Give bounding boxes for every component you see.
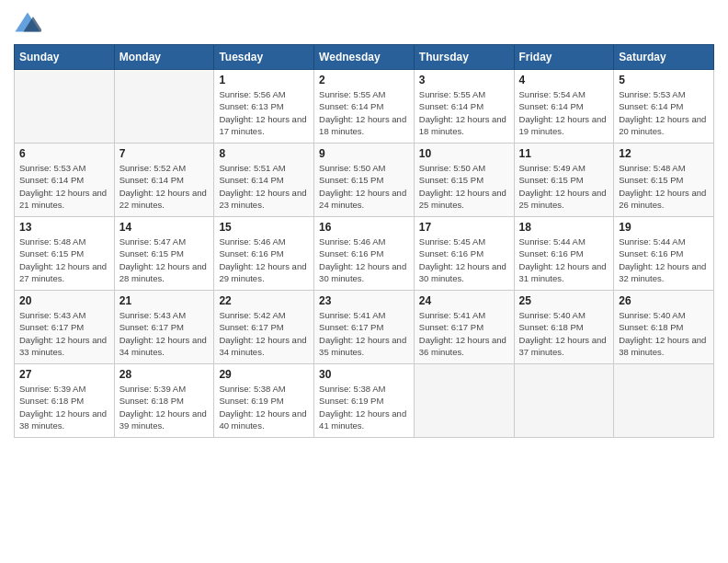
day-info: Sunrise: 5:46 AMSunset: 6:16 PMDaylight:… bbox=[219, 236, 309, 284]
day-number: 1 bbox=[219, 74, 309, 86]
calendar-cell bbox=[514, 364, 614, 438]
day-info: Sunrise: 5:40 AMSunset: 6:18 PMDaylight:… bbox=[519, 309, 609, 358]
calendar-week-4: 20Sunrise: 5:43 AMSunset: 6:17 PMDayligh… bbox=[15, 291, 714, 364]
calendar-cell: 20Sunrise: 5:43 AMSunset: 6:17 PMDayligh… bbox=[15, 291, 115, 364]
calendar-cell: 25Sunrise: 5:40 AMSunset: 6:18 PMDayligh… bbox=[514, 291, 614, 364]
calendar-cell: 6Sunrise: 5:53 AMSunset: 6:14 PMDaylight… bbox=[15, 144, 115, 217]
day-info: Sunrise: 5:55 AMSunset: 6:14 PMDaylight:… bbox=[319, 88, 409, 137]
day-info: Sunrise: 5:43 AMSunset: 6:17 PMDaylight:… bbox=[19, 309, 109, 358]
day-number: 14 bbox=[119, 221, 210, 234]
calendar-cell: 9Sunrise: 5:50 AMSunset: 6:15 PMDaylight… bbox=[314, 144, 415, 217]
day-info: Sunrise: 5:52 AMSunset: 6:14 PMDaylight:… bbox=[119, 162, 210, 211]
day-info: Sunrise: 5:41 AMSunset: 6:17 PMDaylight:… bbox=[319, 309, 409, 358]
day-info: Sunrise: 5:50 AMSunset: 6:15 PMDaylight:… bbox=[419, 162, 509, 211]
day-info: Sunrise: 5:49 AMSunset: 6:15 PMDaylight:… bbox=[519, 162, 609, 211]
calendar-cell bbox=[15, 70, 115, 144]
calendar-cell: 4Sunrise: 5:54 AMSunset: 6:14 PMDaylight… bbox=[514, 70, 614, 144]
calendar-cell: 2Sunrise: 5:55 AMSunset: 6:14 PMDaylight… bbox=[314, 70, 415, 144]
day-number: 27 bbox=[19, 368, 109, 381]
calendar-cell: 12Sunrise: 5:48 AMSunset: 6:15 PMDayligh… bbox=[614, 144, 714, 217]
day-number: 25 bbox=[519, 294, 609, 307]
calendar-cell: 29Sunrise: 5:38 AMSunset: 6:19 PMDayligh… bbox=[214, 364, 314, 438]
day-number: 22 bbox=[219, 294, 309, 307]
day-info: Sunrise: 5:50 AMSunset: 6:15 PMDaylight:… bbox=[319, 162, 409, 211]
day-number: 9 bbox=[319, 147, 409, 160]
day-info: Sunrise: 5:41 AMSunset: 6:17 PMDaylight:… bbox=[419, 309, 509, 358]
day-info: Sunrise: 5:54 AMSunset: 6:14 PMDaylight:… bbox=[519, 88, 609, 137]
calendar-cell: 14Sunrise: 5:47 AMSunset: 6:15 PMDayligh… bbox=[114, 217, 214, 291]
day-number: 30 bbox=[319, 368, 409, 381]
day-info: Sunrise: 5:46 AMSunset: 6:16 PMDaylight:… bbox=[319, 236, 409, 284]
calendar-cell bbox=[414, 364, 514, 438]
day-number: 23 bbox=[319, 294, 409, 307]
day-number: 19 bbox=[619, 221, 709, 234]
calendar-week-3: 13Sunrise: 5:48 AMSunset: 6:15 PMDayligh… bbox=[15, 217, 714, 291]
day-info: Sunrise: 5:53 AMSunset: 6:14 PMDaylight:… bbox=[619, 88, 709, 137]
calendar-cell bbox=[114, 70, 214, 144]
day-info: Sunrise: 5:45 AMSunset: 6:16 PMDaylight:… bbox=[419, 236, 509, 284]
day-info: Sunrise: 5:40 AMSunset: 6:18 PMDaylight:… bbox=[619, 309, 709, 358]
logo bbox=[14, 9, 45, 37]
day-info: Sunrise: 5:42 AMSunset: 6:17 PMDaylight:… bbox=[219, 309, 309, 358]
day-info: Sunrise: 5:39 AMSunset: 6:18 PMDaylight:… bbox=[19, 383, 109, 431]
day-info: Sunrise: 5:56 AMSunset: 6:13 PMDaylight:… bbox=[219, 88, 309, 137]
day-header-sunday: Sunday bbox=[15, 45, 115, 70]
header bbox=[14, 9, 714, 37]
calendar-cell: 11Sunrise: 5:49 AMSunset: 6:15 PMDayligh… bbox=[514, 144, 614, 217]
calendar: SundayMondayTuesdayWednesdayThursdayFrid… bbox=[14, 44, 714, 438]
day-info: Sunrise: 5:38 AMSunset: 6:19 PMDaylight:… bbox=[219, 383, 309, 431]
calendar-cell: 16Sunrise: 5:46 AMSunset: 6:16 PMDayligh… bbox=[314, 217, 415, 291]
day-number: 28 bbox=[119, 368, 210, 381]
day-number: 3 bbox=[419, 74, 509, 86]
day-header-saturday: Saturday bbox=[614, 45, 714, 70]
day-number: 6 bbox=[19, 147, 109, 160]
calendar-cell: 27Sunrise: 5:39 AMSunset: 6:18 PMDayligh… bbox=[15, 364, 115, 438]
day-info: Sunrise: 5:48 AMSunset: 6:15 PMDaylight:… bbox=[619, 162, 709, 211]
calendar-week-2: 6Sunrise: 5:53 AMSunset: 6:14 PMDaylight… bbox=[15, 144, 714, 217]
calendar-cell: 10Sunrise: 5:50 AMSunset: 6:15 PMDayligh… bbox=[414, 144, 514, 217]
day-info: Sunrise: 5:51 AMSunset: 6:14 PMDaylight:… bbox=[219, 162, 309, 211]
day-info: Sunrise: 5:48 AMSunset: 6:15 PMDaylight:… bbox=[19, 236, 109, 284]
day-info: Sunrise: 5:53 AMSunset: 6:14 PMDaylight:… bbox=[19, 162, 109, 211]
logo-icon bbox=[14, 9, 41, 37]
calendar-cell bbox=[614, 364, 714, 438]
calendar-cell: 30Sunrise: 5:38 AMSunset: 6:19 PMDayligh… bbox=[314, 364, 415, 438]
calendar-cell: 1Sunrise: 5:56 AMSunset: 6:13 PMDaylight… bbox=[214, 70, 314, 144]
calendar-cell: 24Sunrise: 5:41 AMSunset: 6:17 PMDayligh… bbox=[414, 291, 514, 364]
calendar-cell: 22Sunrise: 5:42 AMSunset: 6:17 PMDayligh… bbox=[214, 291, 314, 364]
day-number: 12 bbox=[619, 147, 709, 160]
calendar-cell: 26Sunrise: 5:40 AMSunset: 6:18 PMDayligh… bbox=[614, 291, 714, 364]
day-number: 24 bbox=[419, 294, 509, 307]
calendar-cell: 19Sunrise: 5:44 AMSunset: 6:16 PMDayligh… bbox=[614, 217, 714, 291]
day-number: 4 bbox=[519, 74, 609, 86]
calendar-cell: 7Sunrise: 5:52 AMSunset: 6:14 PMDaylight… bbox=[114, 144, 214, 217]
calendar-cell: 3Sunrise: 5:55 AMSunset: 6:14 PMDaylight… bbox=[414, 70, 514, 144]
calendar-week-1: 1Sunrise: 5:56 AMSunset: 6:13 PMDaylight… bbox=[15, 70, 714, 144]
day-header-friday: Friday bbox=[514, 45, 614, 70]
calendar-cell: 15Sunrise: 5:46 AMSunset: 6:16 PMDayligh… bbox=[214, 217, 314, 291]
day-info: Sunrise: 5:43 AMSunset: 6:17 PMDaylight:… bbox=[119, 309, 210, 358]
calendar-cell: 5Sunrise: 5:53 AMSunset: 6:14 PMDaylight… bbox=[614, 70, 714, 144]
day-number: 11 bbox=[519, 147, 609, 160]
day-number: 15 bbox=[219, 221, 309, 234]
calendar-cell: 23Sunrise: 5:41 AMSunset: 6:17 PMDayligh… bbox=[314, 291, 415, 364]
day-number: 17 bbox=[419, 221, 509, 234]
day-number: 7 bbox=[119, 147, 210, 160]
day-number: 5 bbox=[619, 74, 709, 86]
day-header-wednesday: Wednesday bbox=[314, 45, 415, 70]
calendar-cell: 17Sunrise: 5:45 AMSunset: 6:16 PMDayligh… bbox=[414, 217, 514, 291]
day-number: 18 bbox=[519, 221, 609, 234]
calendar-week-5: 27Sunrise: 5:39 AMSunset: 6:18 PMDayligh… bbox=[15, 364, 714, 438]
day-number: 8 bbox=[219, 147, 309, 160]
day-number: 2 bbox=[319, 74, 409, 86]
day-info: Sunrise: 5:47 AMSunset: 6:15 PMDaylight:… bbox=[119, 236, 210, 284]
day-info: Sunrise: 5:44 AMSunset: 6:16 PMDaylight:… bbox=[619, 236, 709, 284]
calendar-cell: 28Sunrise: 5:39 AMSunset: 6:18 PMDayligh… bbox=[114, 364, 214, 438]
day-header-tuesday: Tuesday bbox=[214, 45, 314, 70]
calendar-header-row: SundayMondayTuesdayWednesdayThursdayFrid… bbox=[15, 45, 714, 70]
day-number: 16 bbox=[319, 221, 409, 234]
day-number: 29 bbox=[219, 368, 309, 381]
calendar-cell: 8Sunrise: 5:51 AMSunset: 6:14 PMDaylight… bbox=[214, 144, 314, 217]
day-header-thursday: Thursday bbox=[414, 45, 514, 70]
day-info: Sunrise: 5:55 AMSunset: 6:14 PMDaylight:… bbox=[419, 88, 509, 137]
